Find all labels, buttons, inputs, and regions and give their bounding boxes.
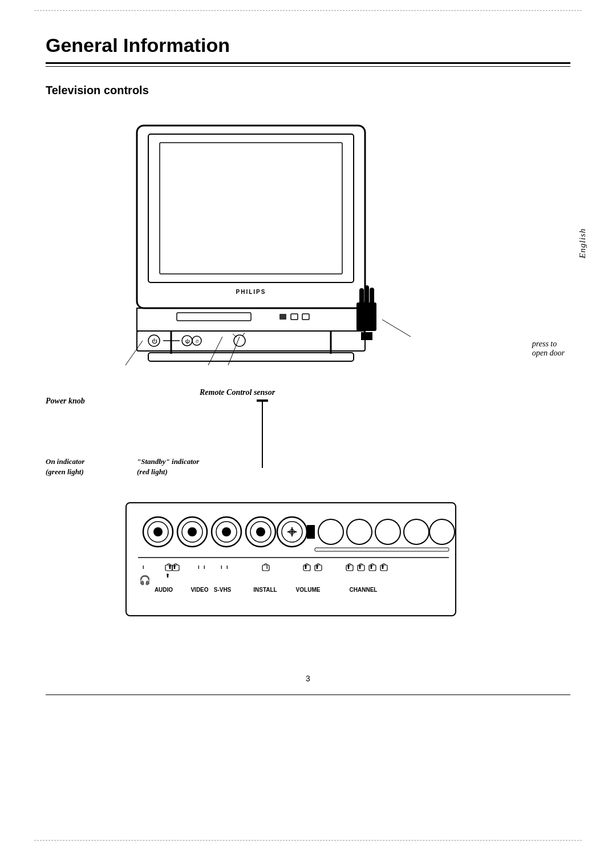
svg-text:PHILIPS: PHILIPS — [236, 289, 266, 295]
svg-rect-58 — [315, 548, 449, 551]
page-number: 3 — [306, 674, 310, 683]
svg-line-29 — [125, 341, 143, 365]
label-standby-indicator: "Standby" indicator(red light) — [137, 457, 199, 477]
language-label: English — [577, 228, 587, 259]
svg-text:I: I — [226, 564, 228, 570]
svg-rect-16 — [361, 332, 372, 340]
bottom-dashed-line — [34, 840, 582, 841]
svg-text:INSTALL: INSTALL — [253, 587, 277, 593]
svg-text:⏱: ⏱ — [195, 340, 199, 344]
svg-point-55 — [375, 519, 400, 544]
svg-rect-11 — [148, 353, 354, 361]
svg-rect-12 — [356, 302, 376, 331]
svg-text:⏻: ⏻ — [152, 338, 157, 344]
tv-illustration: PHILIPS — [103, 114, 433, 411]
page-title: General Information — [46, 34, 570, 56]
label-power-knob: Power knob — [46, 397, 85, 406]
svg-text:I: I — [143, 564, 144, 570]
svg-rect-52 — [307, 525, 315, 539]
svg-line-27 — [233, 334, 237, 337]
title-underline-thin — [46, 66, 570, 67]
svg-line-17 — [382, 320, 411, 337]
svg-rect-8 — [302, 314, 309, 320]
label-remote-control: Remote Control sensor — [200, 388, 275, 397]
control-panel: I 🎧 ⬆ ⬆ ⬆ AUDIO I I VIDEO I I — [125, 502, 456, 616]
svg-rect-75 — [262, 565, 269, 571]
svg-rect-5 — [177, 313, 251, 321]
svg-rect-34 — [257, 399, 268, 402]
svg-point-37 — [153, 527, 163, 536]
svg-rect-13 — [359, 288, 364, 304]
svg-text:🎧: 🎧 — [139, 575, 151, 586]
svg-point-57 — [429, 519, 455, 544]
svg-text:I: I — [221, 564, 222, 570]
svg-text:CHANNEL: CHANNEL — [350, 587, 378, 593]
svg-text:I: I — [198, 564, 200, 570]
label-press-to-open: press toopen door — [532, 340, 565, 358]
svg-point-53 — [318, 519, 343, 544]
svg-text:VIDEO: VIDEO — [191, 587, 208, 593]
page-number-container: 3 — [46, 668, 570, 684]
svg-text:I: I — [204, 564, 205, 570]
svg-text:⏻: ⏻ — [185, 339, 190, 344]
diagram-area: English PHILIPS — [46, 114, 570, 656]
svg-point-40 — [188, 527, 197, 536]
svg-rect-6 — [279, 314, 286, 320]
svg-text:⬆: ⬆ — [165, 573, 170, 579]
svg-rect-7 — [291, 314, 298, 320]
svg-point-43 — [222, 527, 231, 536]
svg-line-28 — [242, 333, 245, 336]
connector-line — [234, 399, 291, 514]
bottom-separator-line — [46, 694, 570, 695]
svg-point-54 — [347, 519, 372, 544]
label-on-indicator: On indicator(green light) — [46, 457, 84, 477]
svg-text:AUDIO: AUDIO — [155, 587, 173, 593]
svg-text:S-VHS: S-VHS — [214, 587, 232, 593]
svg-rect-14 — [364, 285, 369, 304]
section-title: Television controls — [46, 84, 570, 97]
svg-rect-2 — [160, 143, 342, 274]
svg-point-46 — [256, 527, 265, 536]
title-underline-thick — [46, 62, 570, 64]
svg-point-56 — [404, 519, 429, 544]
svg-text:VOLUME: VOLUME — [296, 587, 321, 593]
svg-rect-15 — [370, 288, 374, 304]
